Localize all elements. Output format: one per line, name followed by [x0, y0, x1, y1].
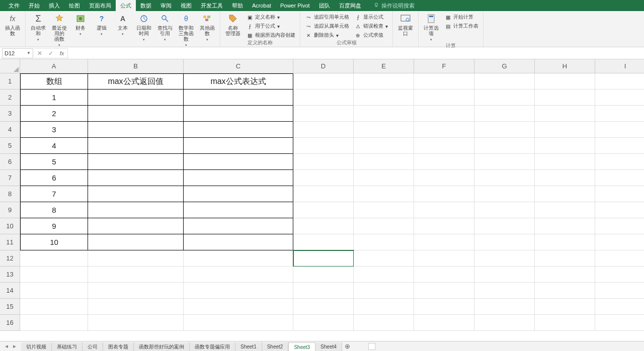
cell-C3[interactable]	[184, 106, 293, 122]
cell-I14[interactable]	[595, 283, 644, 299]
tell-me-search[interactable]: 操作说明搜索	[373, 2, 415, 10]
cell-A4[interactable]: 3	[20, 122, 88, 138]
cell-E8[interactable]	[354, 186, 414, 202]
column-header-I[interactable]: I	[595, 59, 644, 73]
column-header-B[interactable]: B	[88, 59, 184, 73]
cell-F11[interactable]	[414, 234, 474, 250]
cell-G8[interactable]	[474, 186, 535, 202]
cell-G15[interactable]	[474, 299, 535, 315]
cell-I1[interactable]	[595, 73, 644, 90]
insert-function-button[interactable]: fx 插入函数	[3, 12, 22, 36]
cell-A14[interactable]	[20, 283, 88, 299]
cell-F12[interactable]	[414, 250, 474, 267]
cell-D14[interactable]	[293, 283, 354, 299]
cell-A3[interactable]: 2	[20, 106, 88, 122]
insert-function-fx-button[interactable]: fx	[56, 49, 67, 58]
cell-F13[interactable]	[414, 267, 474, 283]
cell-A1[interactable]: 数组	[20, 73, 88, 90]
cell-G5[interactable]	[474, 138, 535, 154]
cell-A12[interactable]	[20, 250, 88, 267]
cell-H9[interactable]	[535, 202, 595, 218]
cell-I7[interactable]	[595, 170, 644, 186]
cell-A10[interactable]: 9	[20, 218, 88, 234]
cell-B16[interactable]	[88, 315, 184, 331]
cell-A2[interactable]: 1	[20, 90, 88, 106]
cell-A5[interactable]: 4	[20, 138, 88, 154]
row-header-10[interactable]: 10	[0, 218, 20, 234]
menu-tab-11[interactable]: Acrobat	[248, 0, 276, 11]
row-header-2[interactable]: 2	[0, 90, 20, 106]
menu-tab-0[interactable]: 文件	[4, 0, 24, 11]
autosum-button[interactable]: Σ 自动求和▾	[29, 12, 48, 42]
column-header-D[interactable]: D	[293, 59, 354, 73]
cell-H12[interactable]	[535, 250, 595, 267]
cell-C13[interactable]	[184, 267, 293, 283]
cell-E11[interactable]	[354, 234, 414, 250]
cell-C9[interactable]	[184, 202, 293, 218]
row-header-1[interactable]: 1	[0, 73, 20, 90]
cell-B9[interactable]	[88, 202, 184, 218]
cell-D2[interactable]	[293, 90, 354, 106]
column-header-A[interactable]: A	[20, 59, 88, 73]
cell-H10[interactable]	[535, 218, 595, 234]
show-formulas-button[interactable]: ⨍显示公式	[353, 13, 389, 21]
name-box[interactable]: D12 ▼	[2, 48, 33, 58]
menu-tab-10[interactable]: 帮助	[227, 0, 248, 11]
column-header-E[interactable]: E	[354, 59, 414, 73]
row-header-11[interactable]: 11	[0, 234, 20, 250]
cell-I11[interactable]	[595, 234, 644, 250]
cell-F7[interactable]	[414, 170, 474, 186]
cell-G7[interactable]	[474, 170, 535, 186]
cell-B15[interactable]	[88, 299, 184, 315]
sheet-tab-5[interactable]: 函数专题偏应用	[190, 342, 235, 352]
financial-button[interactable]: 财务▾	[71, 12, 90, 37]
cell-B2[interactable]	[88, 90, 184, 106]
cell-H3[interactable]	[535, 106, 595, 122]
cell-F5[interactable]	[414, 138, 474, 154]
cell-E10[interactable]	[354, 218, 414, 234]
cell-C10[interactable]	[184, 218, 293, 234]
sheet-tab-8[interactable]: Sheet3	[288, 342, 315, 352]
cell-C11[interactable]	[184, 234, 293, 250]
menu-tab-9[interactable]: 开发工具	[196, 0, 227, 11]
date-time-button[interactable]: 日期和时间▾	[134, 12, 153, 42]
menu-tab-5[interactable]: 公式	[116, 0, 136, 11]
sheet-tab-0[interactable]: 切片视频	[21, 342, 52, 352]
cell-A6[interactable]: 5	[20, 154, 88, 170]
cell-F16[interactable]	[414, 315, 474, 331]
lookup-button[interactable]: 查找与引用▾	[155, 12, 175, 42]
cell-H4[interactable]	[535, 122, 595, 138]
row-header-15[interactable]: 15	[0, 299, 20, 315]
cell-I16[interactable]	[595, 315, 644, 331]
cell-H14[interactable]	[535, 283, 595, 299]
cell-B12[interactable]	[88, 250, 184, 267]
cell-G3[interactable]	[474, 106, 535, 122]
row-header-5[interactable]: 5	[0, 138, 20, 154]
cell-D16[interactable]	[293, 315, 354, 331]
cell-I4[interactable]	[595, 122, 644, 138]
cell-H5[interactable]	[535, 138, 595, 154]
cell-I15[interactable]	[595, 299, 644, 315]
cell-D15[interactable]	[293, 299, 354, 315]
cell-B3[interactable]	[88, 106, 184, 122]
cell-C7[interactable]	[184, 170, 293, 186]
cell-D6[interactable]	[293, 154, 354, 170]
cell-E13[interactable]	[354, 267, 414, 283]
column-header-H[interactable]: H	[535, 59, 595, 73]
cell-I8[interactable]	[595, 186, 644, 202]
calc-options-button[interactable]: 计算选项▾	[422, 12, 441, 42]
sheet-tab-7[interactable]: Sheet2	[262, 342, 289, 352]
cell-B6[interactable]	[88, 154, 184, 170]
cell-C12[interactable]	[184, 250, 293, 267]
cell-G13[interactable]	[474, 267, 535, 283]
cell-E16[interactable]	[354, 315, 414, 331]
remove-arrows-button[interactable]: ✕删除箭头 ▾	[303, 31, 351, 39]
cell-I2[interactable]	[595, 90, 644, 106]
cell-E4[interactable]	[354, 122, 414, 138]
menu-tab-13[interactable]: 团队	[314, 0, 335, 11]
cell-B7[interactable]	[88, 170, 184, 186]
cell-A13[interactable]	[20, 267, 88, 283]
cell-C16[interactable]	[184, 315, 293, 331]
cell-B13[interactable]	[88, 267, 184, 283]
row-header-3[interactable]: 3	[0, 106, 20, 122]
